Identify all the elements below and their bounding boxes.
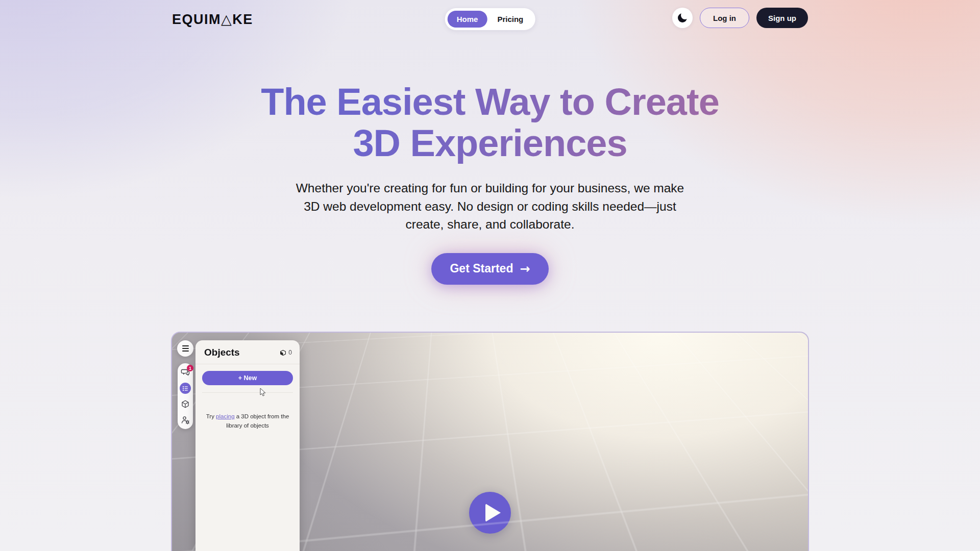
tool-rail: 1 xyxy=(178,363,193,429)
objects-panel-header: Objects 0 xyxy=(195,340,300,364)
theme-toggle-button[interactable] xyxy=(672,8,693,28)
menu-button[interactable] xyxy=(177,340,193,357)
hint-suffix: a 3D object from the library of objects xyxy=(226,413,289,429)
hamburger-icon xyxy=(182,345,189,352)
library-button[interactable] xyxy=(180,398,191,410)
objects-list-button[interactable] xyxy=(180,383,191,394)
landing-page: EQUIM△KE Home Pricing Log in Sign up The… xyxy=(0,0,980,551)
editor-demo-preview: 1 xyxy=(171,332,809,551)
header: EQUIM△KE Home Pricing Log in Sign up xyxy=(0,0,980,36)
logo: EQUIM△KE xyxy=(172,11,253,28)
page-title: The Easiest Way to Create3D Experiences xyxy=(0,82,980,164)
objects-panel: Objects 0 + New Try placing a 3D object … xyxy=(195,340,300,551)
arrow-right-icon: → xyxy=(520,262,530,276)
play-icon xyxy=(485,504,501,522)
get-started-label: Get Started xyxy=(450,262,513,276)
cube-icon xyxy=(181,399,190,409)
play-button[interactable] xyxy=(469,492,511,534)
placing-link[interactable]: placing xyxy=(216,413,234,419)
title-line-1: The Easiest Way to Create xyxy=(261,81,719,123)
nav-tab-home[interactable]: Home xyxy=(448,11,487,28)
object-count-value: 0 xyxy=(288,349,292,356)
hero-subtitle: Whether you're creating for fun or build… xyxy=(291,179,689,234)
signup-button[interactable]: Sign up xyxy=(756,8,808,28)
objects-panel-title: Objects xyxy=(204,347,240,358)
user-gear-icon xyxy=(181,415,190,424)
panel-divider xyxy=(202,392,293,393)
hero-section: The Easiest Way to Create3D Experiences … xyxy=(0,0,980,285)
user-settings-button[interactable] xyxy=(180,414,191,425)
nav-tab-pricing[interactable]: Pricing xyxy=(488,11,532,28)
mouse-cursor-icon xyxy=(260,388,267,397)
get-started-button[interactable]: Get Started → xyxy=(431,253,548,285)
placement-hint: Try placing a 3D object from the library… xyxy=(205,412,290,431)
title-line-2: 3D Experiences xyxy=(353,122,627,164)
object-counter: 0 xyxy=(280,349,292,356)
chat-button[interactable]: 1 xyxy=(180,367,191,378)
login-button[interactable]: Log in xyxy=(700,8,749,28)
new-object-button[interactable]: + New xyxy=(202,371,293,385)
main-nav: Home Pricing xyxy=(445,8,535,30)
chat-badge: 1 xyxy=(187,365,193,371)
header-actions: Log in Sign up xyxy=(672,8,808,28)
hint-prefix: Try xyxy=(206,413,216,419)
cube-count-icon xyxy=(280,349,286,356)
moon-icon xyxy=(678,13,687,22)
list-icon xyxy=(182,385,189,392)
